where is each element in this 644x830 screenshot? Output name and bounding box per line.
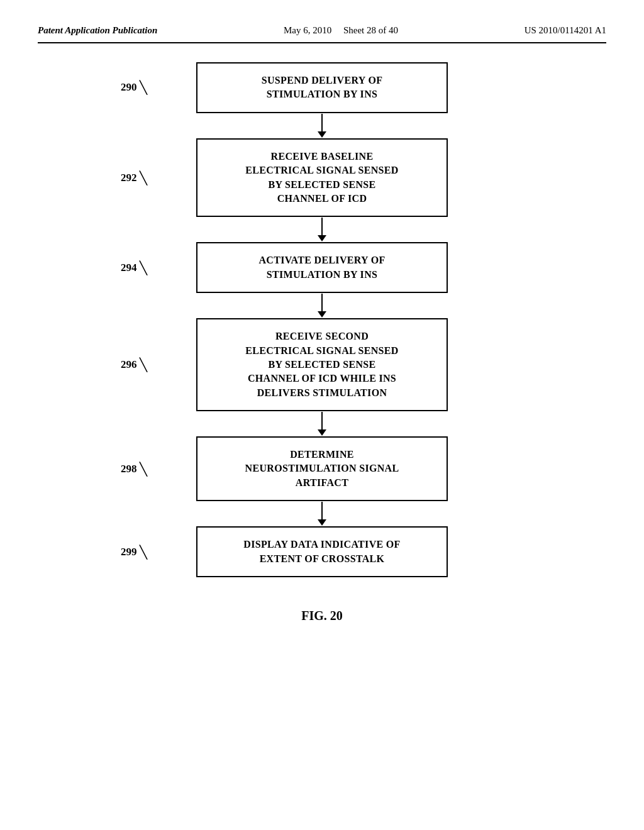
arrow-1 bbox=[318, 113, 326, 138]
page-header: Patent Application Publication May 6, 20… bbox=[38, 25, 606, 43]
step-label-294: 294╲ bbox=[121, 260, 147, 275]
arrow-head-3 bbox=[318, 311, 326, 318]
step-box-294: ACTIVATE DELIVERY OFSTIMULATION BY INS bbox=[196, 242, 448, 293]
step-label-296: 296╲ bbox=[121, 357, 147, 372]
arrow-5 bbox=[318, 501, 326, 526]
step-label-299: 299╲ bbox=[121, 545, 147, 560]
arrow-line-2 bbox=[321, 218, 323, 235]
step-label-292: 292╲ bbox=[121, 170, 147, 185]
step-label-290: 290╲ bbox=[121, 80, 147, 95]
step-box-296: RECEIVE SECONDELECTRICAL SIGNAL SENSEDBY… bbox=[196, 318, 448, 411]
arrow-line-3 bbox=[321, 294, 323, 311]
publication-date-sheet: May 6, 2010 Sheet 28 of 40 bbox=[284, 25, 398, 36]
arrow-4 bbox=[318, 411, 326, 436]
arrow-head-1 bbox=[318, 131, 326, 138]
flow-step-294: 294╲ ACTIVATE DELIVERY OFSTIMULATION BY … bbox=[196, 242, 448, 293]
step-text-296: RECEIVE SECONDELECTRICAL SIGNAL SENSEDBY… bbox=[210, 329, 434, 400]
step-box-290: SUSPEND DELIVERY OFSTIMULATION BY INS bbox=[196, 62, 448, 113]
arrow-head-2 bbox=[318, 235, 326, 241]
patent-number: US 2010/0114201 A1 bbox=[525, 25, 606, 36]
step-text-294: ACTIVATE DELIVERY OFSTIMULATION BY INS bbox=[210, 253, 434, 282]
arrow-2 bbox=[318, 217, 326, 242]
arrow-3 bbox=[318, 293, 326, 318]
flow-step-299: 299╲ DISPLAY DATA INDICATIVE OFEXTENT OF… bbox=[196, 526, 448, 577]
page: Patent Application Publication May 6, 20… bbox=[0, 0, 644, 830]
arrow-line-5 bbox=[321, 502, 323, 519]
step-box-299: DISPLAY DATA INDICATIVE OFEXTENT OF CROS… bbox=[196, 526, 448, 577]
arrow-line-1 bbox=[321, 114, 323, 131]
step-text-298: DETERMINENEUROSTIMULATION SIGNALARTIFACT bbox=[210, 448, 434, 490]
step-text-292: RECEIVE BASELINEELECTRICAL SIGNAL SENSED… bbox=[210, 150, 434, 206]
sheet-number: Sheet 28 of 40 bbox=[343, 25, 398, 35]
step-box-292: RECEIVE BASELINEELECTRICAL SIGNAL SENSED… bbox=[196, 138, 448, 218]
step-box-298: DETERMINENEUROSTIMULATION SIGNALARTIFACT bbox=[196, 436, 448, 501]
flow-step-292: 292╲ RECEIVE BASELINEELECTRICAL SIGNAL S… bbox=[196, 138, 448, 218]
flow-step-290: 290╲ SUSPEND DELIVERY OFSTIMULATION BY I… bbox=[196, 62, 448, 113]
arrow-head-4 bbox=[318, 429, 326, 436]
flow-step-298: 298╲ DETERMINENEUROSTIMULATION SIGNALART… bbox=[196, 436, 448, 501]
step-text-290: SUSPEND DELIVERY OFSTIMULATION BY INS bbox=[210, 74, 434, 102]
figure-caption: FIG. 20 bbox=[38, 609, 606, 623]
step-text-299: DISPLAY DATA INDICATIVE OFEXTENT OF CROS… bbox=[210, 538, 434, 566]
flowchart: 290╲ SUSPEND DELIVERY OFSTIMULATION BY I… bbox=[38, 62, 606, 577]
flow-step-296: 296╲ RECEIVE SECONDELECTRICAL SIGNAL SEN… bbox=[196, 318, 448, 411]
arrow-line-4 bbox=[321, 412, 323, 429]
publication-date: May 6, 2010 bbox=[284, 25, 331, 35]
arrow-head-5 bbox=[318, 519, 326, 526]
step-label-298: 298╲ bbox=[121, 462, 147, 477]
publication-title: Patent Application Publication bbox=[38, 25, 157, 36]
